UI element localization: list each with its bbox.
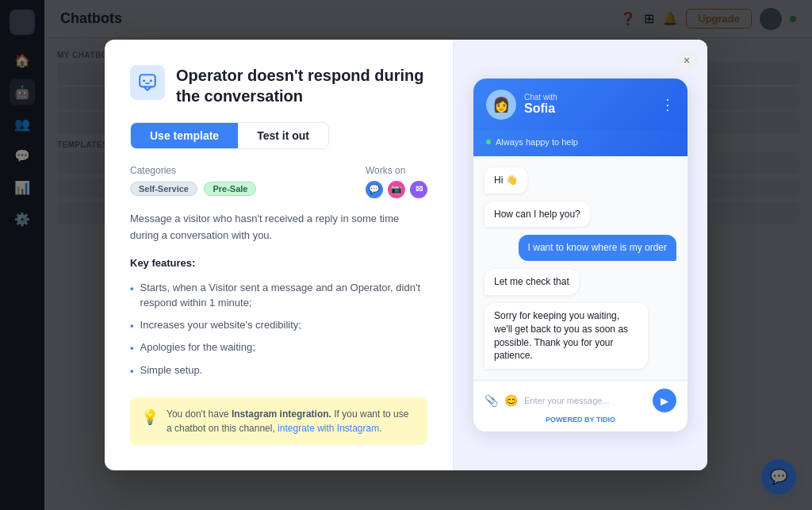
- instagram-link[interactable]: integrate with Instagram.: [278, 423, 381, 434]
- chat-header-text: Chat with Sofia: [524, 93, 653, 116]
- meta-row: Categories Self-Service Pre-Sale Works o…: [130, 165, 427, 198]
- tab-test-it-out[interactable]: Test it out: [238, 123, 328, 148]
- attachment-icon[interactable]: 📎: [485, 394, 498, 407]
- feature-item-3: Simple setup.: [130, 359, 427, 382]
- feature-list: Starts, when a Visitor sent a message an…: [130, 277, 427, 382]
- modal-left-panel: Operator doesn't respond during the conv…: [105, 40, 454, 470]
- chat-message-2: I want to know where is my order: [519, 235, 676, 261]
- info-banner-icon: 💡: [141, 407, 159, 428]
- key-features-title: Key features:: [130, 257, 427, 269]
- chat-message-4: Sorry for keeping you waiting, we'll get…: [485, 303, 648, 369]
- chat-header: 👩 Chat with Sofia ⋮: [473, 79, 688, 131]
- tab-group: Use template Test it out: [130, 122, 329, 149]
- chat-message-0: Hi 👋: [485, 167, 527, 194]
- feature-item-0: Starts, when a Visitor sent a message an…: [130, 277, 427, 314]
- feature-item-2: Apologies for the waiting;: [130, 336, 427, 359]
- tag-pre-sale: Pre-Sale: [204, 182, 256, 196]
- platform-instagram-icon: 📷: [388, 181, 405, 198]
- platform-messenger-icon: ✉: [410, 181, 427, 198]
- modal-overlay: × Operator doesn't respond during the co…: [0, 0, 812, 510]
- chat-body: Hi 👋 How can I help you? I want to know …: [473, 156, 688, 380]
- chat-status: Always happy to help: [473, 131, 688, 156]
- categories-tags: Self-Service Pre-Sale: [130, 181, 259, 196]
- status-text: Always happy to help: [496, 137, 578, 147]
- powered-by: POWERED BY TIDIO: [485, 416, 676, 424]
- chat-with-label: Chat with: [524, 93, 653, 102]
- modal-title: Operator doesn't respond during the conv…: [176, 65, 427, 106]
- modal: × Operator doesn't respond during the co…: [105, 40, 707, 470]
- modal-description: Message a visitor who hasn't received a …: [130, 211, 427, 244]
- chat-input[interactable]: Enter your message...: [524, 396, 646, 405]
- modal-right-panel: 👩 Chat with Sofia ⋮ Always happy to help…: [454, 40, 707, 470]
- modal-header: Operator doesn't respond during the conv…: [130, 65, 427, 106]
- tag-self-service: Self-Service: [130, 182, 197, 196]
- agent-avatar: 👩: [486, 90, 516, 120]
- works-on-section: Works on 💬 📷 ✉: [366, 165, 427, 198]
- platform-icons: 💬 📷 ✉: [366, 181, 427, 198]
- categories-section: Categories Self-Service Pre-Sale: [130, 165, 259, 196]
- svg-point-2: [150, 79, 152, 82]
- agent-name: Sofia: [524, 102, 653, 116]
- emoji-icon[interactable]: 😊: [504, 394, 518, 407]
- info-banner-text: You don't have Instagram integration. If…: [167, 407, 416, 435]
- svg-rect-0: [140, 75, 155, 86]
- info-bold: Instagram integration.: [232, 408, 331, 420]
- works-on-label: Works on: [366, 165, 427, 176]
- chat-message-1: How can I help you?: [485, 201, 590, 228]
- modal-icon: [130, 65, 165, 100]
- status-dot: [486, 140, 491, 144]
- platform-chat-icon: 💬: [366, 181, 383, 198]
- chat-message-3: Let me check that: [485, 269, 579, 295]
- categories-label: Categories: [130, 165, 259, 176]
- tab-use-template[interactable]: Use template: [131, 123, 238, 148]
- svg-point-1: [143, 79, 145, 82]
- chat-preview: 👩 Chat with Sofia ⋮ Always happy to help…: [473, 79, 688, 431]
- close-button[interactable]: ×: [676, 49, 698, 71]
- chat-footer: 📎 😊 Enter your message... ▶ POWERED BY T…: [473, 380, 688, 431]
- send-button[interactable]: ▶: [653, 389, 676, 412]
- send-icon: ▶: [661, 395, 668, 407]
- info-banner: 💡 You don't have Instagram integration. …: [130, 397, 427, 445]
- info-text-before: You don't have: [167, 408, 232, 420]
- chat-menu-icon[interactable]: ⋮: [661, 96, 675, 113]
- chat-input-area: 📎 😊 Enter your message... ▶: [485, 389, 676, 412]
- feature-item-1: Increases your website's credibility;: [130, 314, 427, 337]
